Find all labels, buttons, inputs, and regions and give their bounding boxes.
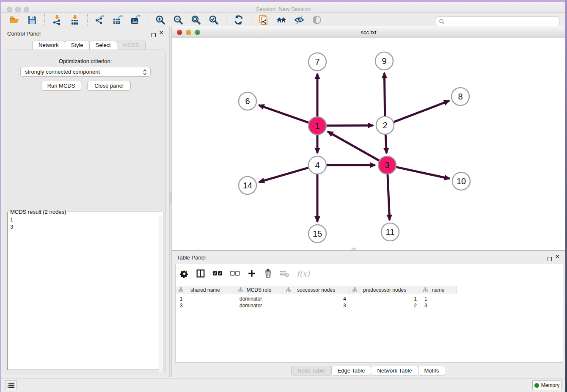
hide-details-icon[interactable] [294, 14, 305, 25]
trash-icon[interactable] [264, 269, 272, 278]
node-1[interactable]: 1 [308, 117, 326, 135]
tab-network[interactable]: Network [32, 41, 65, 50]
table-header[interactable]: shared nameMCDS rolesuccessor nodesprede… [176, 286, 457, 294]
close-panel-icon[interactable]: ✕ [159, 30, 164, 35]
export-table-icon[interactable] [112, 14, 123, 25]
node-2[interactable]: 2 [376, 116, 394, 134]
node-11[interactable]: 11 [381, 223, 399, 241]
edge-2-3[interactable] [385, 135, 386, 153]
select-all-icon[interactable] [212, 271, 223, 276]
tab-node-table[interactable]: Node Table [291, 366, 332, 375]
tab-edge-table[interactable]: Edge Table [331, 366, 372, 375]
svg-text:15: 15 [313, 229, 322, 238]
close-table-panel-icon[interactable]: ✕ [555, 254, 560, 259]
table-row[interactable]: 3dominator323 [176, 302, 457, 309]
svg-text:2: 2 [383, 121, 387, 130]
cell-name: 1 [420, 295, 457, 302]
desktop-edge-right [565, 0, 567, 392]
dropdown-value: strongly connected component [25, 69, 100, 75]
zoom-selected-icon[interactable] [208, 14, 219, 25]
node-4[interactable]: 4 [308, 156, 326, 174]
column-header-shared-name[interactable]: shared name [176, 286, 235, 294]
edge-4-14[interactable] [259, 168, 308, 182]
node-15[interactable]: 15 [308, 225, 326, 243]
column-header-predecessor-nodes[interactable]: predecessor nodes [350, 286, 420, 294]
node-7[interactable]: 7 [308, 53, 326, 71]
network-scrollbar-thumb[interactable] [352, 248, 356, 250]
gear-icon[interactable] [180, 269, 189, 278]
title-bar: Session: New Session [1, 2, 565, 13]
edge-3-1[interactable] [328, 132, 379, 160]
add-icon[interactable] [247, 269, 256, 278]
table-tabs: Node TableEdge TableNetwork TableMotifs [292, 366, 445, 375]
search-field[interactable] [436, 17, 559, 27]
open-folder-icon[interactable] [9, 14, 20, 25]
column-header-MCDS-role[interactable]: MCDS role [235, 286, 283, 294]
float-table-panel-icon[interactable] [548, 255, 552, 263]
mcds-result-box: MCDS result (2 nodes) 1 3 [7, 209, 163, 370]
edge-1-6[interactable] [259, 105, 308, 122]
zoom-fit-icon[interactable] [190, 14, 201, 25]
column-header-successor-nodes[interactable]: successor nodes [283, 286, 350, 294]
svg-text:14: 14 [243, 181, 252, 190]
homes-icon[interactable] [276, 14, 287, 25]
cell-MCDS-role: dominator [235, 295, 283, 302]
task-history-button[interactable] [5, 380, 17, 390]
zoom-out-icon[interactable] [173, 14, 184, 25]
search-input[interactable] [436, 17, 559, 27]
edge-2-8[interactable] [394, 101, 449, 122]
svg-text:7: 7 [315, 57, 319, 66]
svg-text:4: 4 [315, 160, 319, 170]
network-graph[interactable]: 7968124314101511 [172, 38, 564, 250]
status-bar: Memory [1, 378, 565, 392]
table-row[interactable]: 1dominator411 [176, 295, 457, 302]
tab-select[interactable]: Select [89, 41, 117, 50]
table-toolbar: f(x) [180, 268, 310, 279]
save-icon[interactable] [27, 14, 38, 25]
node-8[interactable]: 8 [451, 88, 469, 105]
eye-icon [311, 14, 322, 25]
export-network-icon[interactable] [94, 14, 105, 25]
deselect-all-icon[interactable] [230, 271, 240, 276]
import-network-icon[interactable] [52, 14, 63, 25]
edge-3-10[interactable] [396, 167, 449, 179]
memory-button[interactable]: Memory [532, 380, 561, 390]
import-table-icon[interactable] [69, 14, 80, 25]
node-6[interactable]: 6 [239, 92, 256, 110]
svg-text:3: 3 [385, 160, 389, 170]
cell-successor-nodes: 3 [283, 302, 350, 309]
toolbar-separator [251, 14, 251, 26]
result-scrollbar[interactable] [159, 215, 162, 373]
control-panel: Control Panel ✕ NetworkStyleSelectMCDS O… [1, 27, 169, 377]
node-10[interactable]: 10 [452, 172, 470, 190]
copy-network-icon[interactable] [258, 14, 269, 25]
refresh-layout-icon[interactable] [233, 14, 244, 25]
tab-mcds[interactable]: MCDS [117, 41, 146, 50]
optimization-dropdown[interactable]: strongly connected component [20, 67, 151, 77]
column-header-name[interactable]: name [420, 286, 457, 294]
splitter-handle[interactable] [170, 193, 171, 203]
edge-1-2[interactable] [327, 125, 373, 126]
export-image-icon[interactable] [130, 14, 141, 25]
dropdown-stepper-icon [143, 69, 147, 76]
tab-style[interactable]: Style [65, 41, 90, 50]
memory-status-icon [534, 383, 539, 388]
svg-text:10: 10 [457, 177, 466, 186]
run-mcds-button[interactable]: Run MCDS [41, 81, 81, 91]
zoom-in-icon[interactable] [155, 14, 166, 25]
close-panel-button[interactable]: Close panel [87, 81, 131, 91]
node-3[interactable]: 3 [378, 156, 396, 174]
split-view-icon[interactable] [196, 269, 205, 278]
list-icon [8, 382, 14, 388]
edge-3-11[interactable] [388, 174, 390, 220]
control-panel-tabs: NetworkStyleSelectMCDS [33, 41, 146, 50]
cell-shared-name: 1 [176, 295, 235, 302]
tab-motifs[interactable]: Motifs [418, 366, 446, 375]
node-14[interactable]: 14 [239, 177, 256, 194]
edge-2-9[interactable] [384, 73, 385, 116]
tab-network-table[interactable]: Network Table [371, 366, 418, 375]
optimization-label: Optimization criterion: [1, 58, 169, 64]
node-9[interactable]: 9 [375, 52, 393, 70]
svg-text:9: 9 [382, 56, 386, 66]
float-panel-icon[interactable] [151, 31, 156, 39]
